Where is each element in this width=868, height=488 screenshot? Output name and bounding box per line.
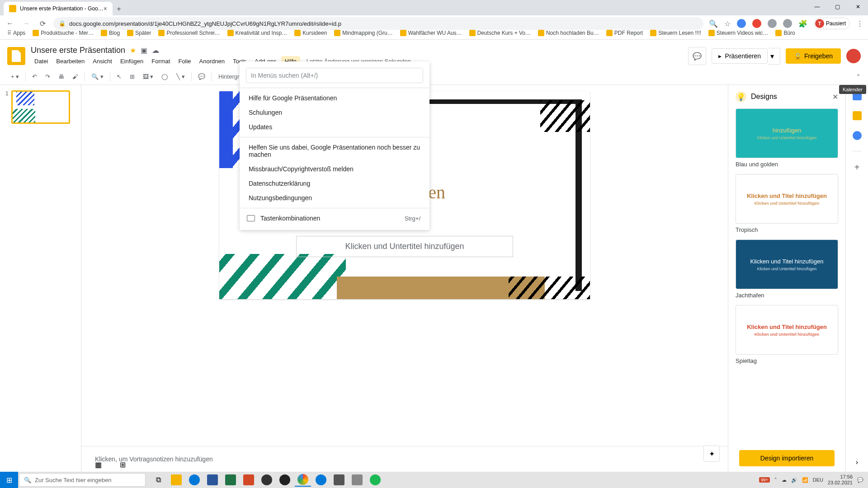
design-option[interactable]: Klicken und Titel hinzufügen Klicken und… bbox=[736, 174, 838, 233]
bookmark-item[interactable]: Mindmapping (Gru… bbox=[331, 28, 395, 38]
tray-clock[interactable]: 17:56 23.02.2021 bbox=[828, 474, 853, 486]
slide-subtitle-placeholder[interactable]: Klicken und Untertitel hinzufügen bbox=[296, 236, 513, 257]
window-maximize-icon[interactable]: ▢ bbox=[827, 0, 848, 14]
grid-view-icon[interactable]: ⊞ bbox=[120, 460, 126, 469]
menu-arrange[interactable]: Anordnen bbox=[196, 56, 228, 66]
filmstrip-view-icon[interactable]: ▦ bbox=[95, 460, 102, 469]
menu-edit[interactable]: Bearbeiten bbox=[52, 56, 88, 66]
task-view-icon[interactable]: ⧉ bbox=[150, 473, 166, 487]
menu-view[interactable]: Ansicht bbox=[89, 56, 116, 66]
windows-search-input[interactable]: 🔍 Zur Suche Text hier eingeben bbox=[19, 473, 146, 487]
bookmark-apps[interactable]: ⠿Apps bbox=[5, 28, 28, 38]
present-dropdown[interactable]: ▾ bbox=[768, 48, 780, 65]
extension-icon[interactable] bbox=[752, 19, 761, 28]
tray-language[interactable]: DEU bbox=[813, 477, 823, 483]
design-option[interactable]: hinzufügen Klicken und Untertitel hinzuf… bbox=[736, 108, 838, 168]
extensions-puzzle-icon[interactable]: 🧩 bbox=[798, 19, 807, 28]
tray-onedrive-icon[interactable]: ☁ bbox=[782, 477, 787, 483]
line-tool[interactable]: ╲ ▾ bbox=[173, 70, 189, 83]
bookmark-item[interactable]: Wahlfächer WU Aus… bbox=[397, 28, 465, 38]
speaker-notes[interactable]: Klicken, um Vortragsnotizen hinzuzufügen bbox=[81, 446, 728, 472]
new-tab-button[interactable]: + bbox=[113, 3, 125, 15]
bookmark-item[interactable]: Steuern Lesen !!!! bbox=[647, 28, 704, 38]
slide-thumbnail[interactable] bbox=[11, 90, 70, 124]
help-feedback[interactable]: Helfen Sie uns dabei, Google Präsentatio… bbox=[240, 140, 429, 162]
tasks-icon[interactable] bbox=[853, 131, 862, 140]
taskbar-explorer[interactable] bbox=[168, 473, 184, 487]
windows-start-button[interactable]: ⊞ bbox=[0, 472, 18, 488]
bookmark-item[interactable]: Deutsche Kurs + Vo… bbox=[467, 28, 533, 38]
import-design-button[interactable]: Design importieren bbox=[739, 450, 835, 466]
taskbar-spotify[interactable] bbox=[367, 473, 383, 487]
zoom-button[interactable]: 🔍 ▾ bbox=[88, 70, 107, 83]
design-option[interactable]: Klicken und Titel hinzufügen Klicken und… bbox=[736, 305, 838, 364]
help-updates[interactable]: Updates bbox=[240, 120, 429, 134]
help-report-abuse[interactable]: Missbrauch/Copyrightverstoß melden bbox=[240, 162, 429, 176]
bookmark-item[interactable]: Kreativität und Insp… bbox=[225, 28, 290, 38]
new-slide-button[interactable]: + ▾ bbox=[7, 70, 23, 83]
bookmark-item[interactable]: Kursideen bbox=[292, 28, 330, 38]
help-terms[interactable]: Nutzungsbedingungen bbox=[240, 191, 429, 205]
taskbar-obs[interactable] bbox=[277, 473, 293, 487]
taskbar-app[interactable] bbox=[259, 473, 275, 487]
account-avatar[interactable] bbox=[846, 49, 861, 63]
bookmark-item[interactable]: Später bbox=[124, 28, 154, 38]
taskbar-powerpoint[interactable] bbox=[241, 473, 257, 487]
tray-wifi-icon[interactable]: 📶 bbox=[802, 477, 808, 483]
menu-search-input[interactable]: In Menüs suchen (Alt+/) bbox=[246, 68, 423, 83]
image-tool[interactable]: 🖼 ▾ bbox=[139, 70, 157, 83]
undo-button[interactable]: ↶ bbox=[28, 70, 41, 83]
taskbar-edge[interactable] bbox=[186, 473, 203, 487]
share-button[interactable]: 🔒Freigeben bbox=[786, 48, 841, 64]
menu-file[interactable]: Datei bbox=[31, 56, 52, 66]
help-privacy[interactable]: Datenschutzerklärung bbox=[240, 176, 429, 191]
design-option[interactable]: Klicken und Titel hinzufügen Klicken und… bbox=[736, 239, 838, 299]
window-minimize-icon[interactable]: — bbox=[807, 0, 827, 14]
tray-chevron-icon[interactable]: ˄ bbox=[774, 477, 777, 483]
cloud-saved-icon[interactable]: ☁ bbox=[152, 46, 159, 55]
bookmark-item[interactable]: Steuern Videos wic… bbox=[706, 28, 771, 38]
bookmark-item[interactable]: Professionell Schrei… bbox=[156, 28, 222, 38]
doc-title[interactable]: Unsere erste Präsentation bbox=[31, 46, 125, 55]
back-button[interactable]: ← bbox=[5, 18, 15, 29]
reload-button[interactable]: ⟳ bbox=[37, 18, 48, 29]
tab-close-icon[interactable]: × bbox=[104, 5, 107, 12]
zoom-icon[interactable]: 🔍 bbox=[709, 19, 718, 28]
help-keyboard-shortcuts[interactable]: Tastenkombinationen Strg+/ bbox=[240, 211, 429, 225]
bookmark-item[interactable]: Blog bbox=[98, 28, 123, 38]
taskbar-excel[interactable] bbox=[222, 473, 239, 487]
tray-notifications-icon[interactable]: 💬 bbox=[857, 477, 863, 483]
bookmark-item[interactable]: PDF Report bbox=[604, 28, 646, 38]
extension-icon[interactable] bbox=[737, 19, 746, 28]
comment-tool[interactable]: 💬 bbox=[194, 70, 209, 83]
help-slides-help[interactable]: Hilfe für Google Präsentationen bbox=[240, 91, 429, 105]
add-addon-icon[interactable]: + bbox=[854, 162, 860, 173]
menu-format[interactable]: Format bbox=[148, 56, 174, 66]
profile-button[interactable]: T Pausiert bbox=[814, 18, 850, 29]
browser-tab[interactable]: Unsere erste Präsentation - Goo… × bbox=[4, 2, 113, 15]
extension-icon[interactable] bbox=[783, 19, 792, 28]
slides-logo-icon[interactable] bbox=[7, 47, 25, 65]
help-training[interactable]: Schulungen bbox=[240, 105, 429, 120]
hide-sidepanel-icon[interactable]: › bbox=[856, 458, 858, 466]
menu-slide[interactable]: Folie bbox=[175, 56, 194, 66]
window-close-icon[interactable]: ✕ bbox=[848, 0, 868, 14]
select-tool[interactable]: ↖ bbox=[113, 70, 125, 83]
present-button[interactable]: ▸Präsentieren bbox=[712, 48, 768, 64]
bookmark-item[interactable]: Produktsuche - Mer… bbox=[30, 28, 96, 38]
comments-button[interactable]: 💬 bbox=[688, 47, 706, 65]
star-icon[interactable]: ★ bbox=[130, 46, 136, 55]
textbox-tool[interactable]: ⊞ bbox=[126, 70, 138, 83]
keep-icon[interactable] bbox=[853, 111, 862, 120]
taskbar-app[interactable] bbox=[331, 473, 347, 487]
taskbar-app[interactable] bbox=[349, 473, 365, 487]
bookmark-item[interactable]: Büro bbox=[773, 28, 797, 38]
collapse-toolbar-icon[interactable]: ⌃ bbox=[856, 73, 861, 80]
taskbar-word[interactable] bbox=[204, 473, 221, 487]
menu-insert[interactable]: Einfügen bbox=[117, 56, 147, 66]
forward-button[interactable]: → bbox=[21, 18, 32, 29]
bookmark-item[interactable]: Noch hochladen Bu… bbox=[535, 28, 602, 38]
bookmark-star-icon[interactable]: ☆ bbox=[724, 19, 731, 28]
extension-icon[interactable] bbox=[768, 19, 777, 28]
tray-notif-badge[interactable]: 99+ bbox=[759, 477, 769, 483]
